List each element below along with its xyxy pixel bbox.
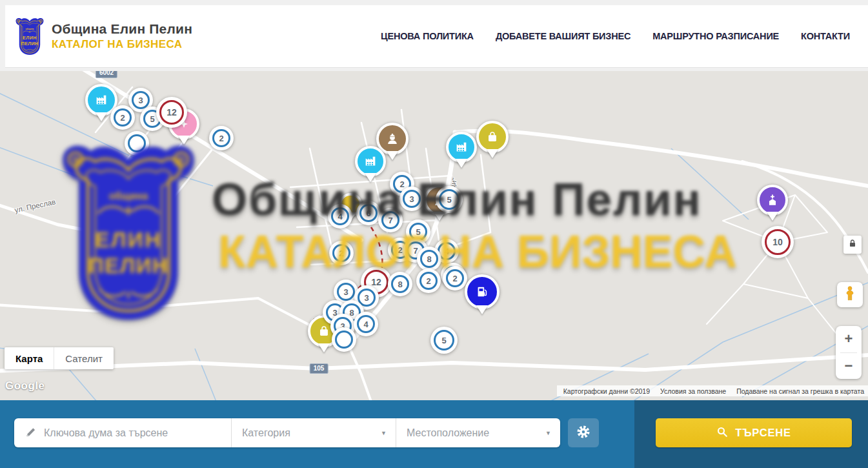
attribution-link[interactable]: Подаване на сигнал за грешка в картата	[736, 387, 864, 395]
search-button[interactable]: ТЪРСЕНЕ	[656, 418, 852, 447]
svg-text:ПЕЛИН: ПЕЛИН	[21, 41, 38, 46]
pegman-button[interactable]	[837, 282, 863, 307]
cluster-count: 4	[357, 315, 375, 333]
cluster-marker[interactable]: 2	[329, 241, 354, 265]
google-logo[interactable]: Google	[5, 380, 45, 392]
site-title-block: Община Елин Пелин КАТАЛОГ НА БИЗНЕСА	[52, 21, 192, 51]
cluster-marker[interactable]: 4	[354, 312, 378, 336]
cluster-marker[interactable]: 2	[110, 105, 135, 130]
cluster-marker[interactable]: 5	[430, 327, 458, 354]
pin-tail	[434, 212, 445, 221]
cluster-marker[interactable]: 8	[388, 272, 412, 296]
bag-icon	[476, 121, 509, 153]
category-select-label: Категория	[242, 427, 290, 439]
cluster-count: 8	[420, 250, 438, 268]
keyword-section	[14, 418, 231, 447]
cluster-marker[interactable]: 3	[399, 187, 424, 211]
cluster-count: 2	[212, 129, 230, 147]
page: община ЕЛИН ПЕЛИН Община Елин Пелин КАТА…	[0, 0, 868, 468]
site-logo[interactable]: община ЕЛИН ПЕЛИН Община Елин Пелин КАТА…	[14, 16, 192, 56]
nav-item[interactable]: ЦЕНОВА ПОЛИТИКА	[381, 31, 474, 41]
cluster-count: 5	[434, 330, 454, 351]
factory-icon	[446, 132, 477, 163]
cluster-marker[interactable]: 4	[328, 204, 352, 229]
pegman-icon	[842, 285, 858, 305]
main-nav: ЦЕНОВА ПОЛИТИКАДОБАВЕТЕ ВАШИЯТ БИЗНЕСМАР…	[381, 31, 850, 41]
nav-item[interactable]: ДОБАВЕТЕ ВАШИЯТ БИЗНЕС	[496, 31, 631, 41]
pin-tail	[96, 112, 107, 121]
cluster-marker[interactable]	[125, 131, 149, 156]
factory-pin[interactable]	[446, 132, 477, 163]
map-type-satellite-button[interactable]: Сателит	[54, 347, 114, 369]
map-type-control: Карта Сателит	[5, 347, 114, 369]
location-select[interactable]: Местоположение ▼	[396, 418, 560, 447]
cluster-marker[interactable]: 7	[378, 208, 403, 232]
cluster-count: 6	[359, 204, 378, 222]
header: община ЕЛИН ПЕЛИН Община Елин Пелин КАТА…	[5, 5, 868, 68]
cluster-count: 5	[439, 189, 459, 210]
cluster-marker[interactable]: 2	[209, 126, 234, 150]
fullscreen-lock-button[interactable]	[843, 236, 862, 254]
gear-icon	[576, 424, 591, 442]
cluster-count: 12	[159, 100, 184, 125]
pin-tail	[318, 343, 330, 352]
cluster-marker[interactable]: 6	[356, 201, 381, 225]
map-type-map-button[interactable]: Карта	[5, 347, 54, 369]
church-pin[interactable]	[757, 185, 788, 216]
pencil-icon	[25, 425, 37, 441]
cluster-marker[interactable]	[332, 327, 356, 352]
pin-tail	[387, 151, 398, 160]
cluster-marker[interactable]: 12	[156, 97, 187, 128]
cluster-count: 2	[446, 269, 464, 287]
advanced-settings-button[interactable]	[568, 418, 599, 447]
search-box: Категория ▼ Местоположение ▼	[14, 418, 560, 447]
pin-tail	[476, 305, 488, 314]
chevron-down-icon: ▼	[545, 430, 551, 436]
factory-icon	[355, 146, 386, 177]
cluster-count	[335, 331, 353, 349]
cluster-marker[interactable]: 5	[436, 186, 463, 213]
zoom-in-button[interactable]: +	[836, 326, 862, 352]
pin-tail	[767, 212, 778, 221]
pin-tail	[178, 136, 190, 145]
cluster-count: 4	[331, 207, 349, 225]
map-data-copyright: Картографски данни ©2019	[563, 387, 650, 395]
cluster-count: 2	[332, 244, 350, 262]
cluster-count: 3	[337, 283, 355, 301]
search-bar: Категория ▼ Местоположение ▼ ТЪРСЕНЕ	[0, 400, 868, 468]
cluster-marker[interactable]: 8	[417, 247, 441, 271]
attribution-link[interactable]: Условия за ползване	[660, 387, 726, 395]
cluster-count: 2	[419, 272, 438, 290]
cluster-count: 8	[391, 275, 409, 293]
keyword-input[interactable]	[44, 427, 223, 439]
category-select[interactable]: Категория ▼	[231, 418, 396, 447]
svg-text:ЕЛИН: ЕЛИН	[23, 36, 37, 41]
search-button-label: ТЪРСЕНЕ	[735, 427, 791, 439]
factory-pin[interactable]	[355, 146, 386, 177]
lock-icon	[847, 238, 858, 251]
map-attribution: Картографски данни ©2019Условия за ползв…	[557, 385, 868, 396]
map-canvas[interactable]: община ЕЛИН ПЕЛИН Община Елин Пелин КАТА…	[0, 71, 868, 400]
road-number-badge: 105	[310, 363, 328, 374]
cluster-count: 2	[114, 108, 132, 127]
road-number-badge: 6002	[96, 71, 117, 78]
nav-item[interactable]: КОНТАКТИ	[801, 31, 850, 41]
cluster-marker[interactable]: 2	[416, 269, 441, 293]
cluster-count: 3	[403, 190, 421, 208]
church-icon	[757, 185, 788, 216]
site-tagline: КАТАЛОГ НА БИЗНЕСА	[52, 38, 192, 51]
zoom-control: + −	[836, 326, 862, 379]
pin-tail	[487, 149, 498, 158]
bag-pin[interactable]	[476, 121, 509, 153]
chevron-down-icon: ▼	[381, 430, 387, 436]
fuel-pin[interactable]	[465, 274, 500, 309]
location-select-label: Местоположение	[407, 427, 489, 439]
cluster-marker[interactable]: 10	[762, 226, 794, 258]
zoom-out-button[interactable]: −	[836, 353, 862, 380]
search-icon	[716, 426, 728, 440]
cluster-count: 7	[381, 211, 399, 229]
site-name: Община Елин Пелин	[52, 21, 192, 37]
fuel-icon	[465, 274, 500, 309]
cluster-marker[interactable]: 2	[443, 266, 467, 290]
nav-item[interactable]: МАРШРУТНО РАЗПИСАНИЕ	[652, 31, 779, 41]
